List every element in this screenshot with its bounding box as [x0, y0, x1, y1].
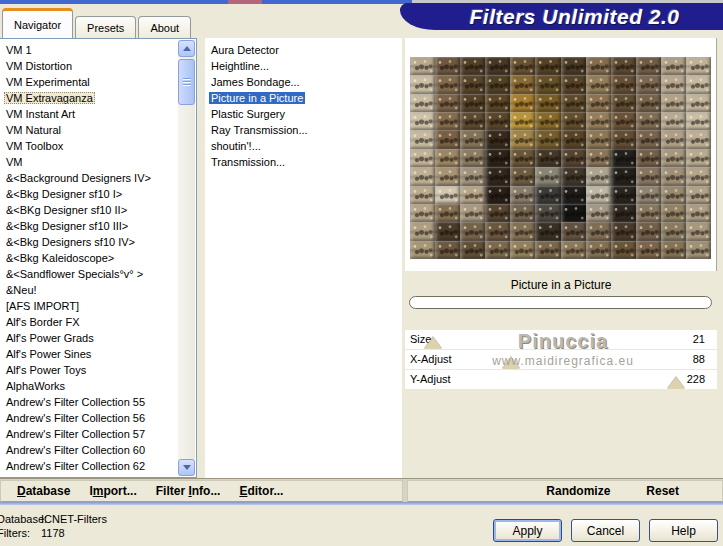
preview-tile: [686, 57, 711, 75]
apply-button[interactable]: Apply: [493, 519, 562, 542]
category-scrollbar[interactable]: [178, 40, 195, 476]
preview-tile: [611, 186, 636, 204]
randomize-button[interactable]: Randomize: [546, 484, 610, 498]
category-item[interactable]: VM Experimental: [0, 74, 196, 90]
filter-item[interactable]: Picture in a Picture: [205, 90, 402, 106]
preview-tile: [535, 130, 560, 148]
tab-label: Presets: [87, 22, 124, 34]
preview-tile: [460, 112, 485, 130]
category-item[interactable]: &<Bkg Designer sf10 I>: [0, 186, 196, 202]
preview-tile: [485, 130, 510, 148]
category-item[interactable]: VM Toolbox: [0, 138, 196, 154]
category-item-label: Andrew's Filter Collection 56: [4, 412, 147, 424]
preview-tile: [686, 94, 711, 112]
preview-panel[interactable]: [405, 38, 717, 271]
filter-item[interactable]: Aura Detector: [205, 42, 402, 58]
slider-thumb[interactable]: [502, 357, 520, 369]
category-item-label: Alf's Power Toys: [4, 364, 88, 376]
category-item[interactable]: Andrew's Filter Collection 60: [0, 442, 196, 458]
category-item[interactable]: Andrew's Filter Collection 55: [0, 394, 196, 410]
filter-info-button[interactable]: Filter Info...: [156, 484, 221, 498]
preview-tile: [510, 94, 535, 112]
tab-presets[interactable]: Presets: [75, 16, 136, 38]
import-button[interactable]: Import...: [89, 484, 136, 498]
preview-tile: [561, 94, 586, 112]
slider-y-adjust[interactable]: Y-Adjust228: [405, 370, 717, 389]
preview-tile: [561, 204, 586, 222]
preview-tile: [485, 112, 510, 130]
category-item-label: VM: [4, 156, 25, 168]
category-listbox[interactable]: VM 1VM DistortionVM ExperimentalVM Extra…: [0, 38, 197, 478]
filter-listbox[interactable]: Aura DetectorHeightline...James Bondage.…: [205, 38, 402, 478]
filter-item[interactable]: Transmission...: [205, 154, 402, 170]
category-item[interactable]: &<Bkg Designer sf10 III>: [0, 218, 196, 234]
category-item[interactable]: VM Natural: [0, 122, 196, 138]
preview-tile: [410, 204, 435, 222]
slider-x-adjust[interactable]: X-Adjust88: [405, 350, 717, 369]
category-item[interactable]: [AFS IMPORT]: [0, 298, 196, 314]
cancel-button[interactable]: Cancel: [571, 519, 640, 542]
slider-value: 228: [687, 373, 705, 385]
category-item[interactable]: Alf's Power Sines: [0, 346, 196, 362]
tab-about[interactable]: About: [138, 16, 191, 38]
category-item[interactable]: Alf's Power Grads: [0, 330, 196, 346]
scroll-up-icon[interactable]: [178, 40, 195, 57]
filter-item[interactable]: Ray Transmission...: [205, 122, 402, 138]
database-button[interactable]: Database: [17, 484, 70, 498]
category-item[interactable]: &Neu!: [0, 282, 196, 298]
slider-thumb[interactable]: [667, 377, 685, 389]
filter-item-label: Aura Detector: [209, 44, 281, 56]
preview-tile: [586, 167, 611, 185]
category-item[interactable]: Andrew's Filter Collection 56: [0, 410, 196, 426]
filter-item[interactable]: Heightline...: [205, 58, 402, 74]
category-item[interactable]: Andrew's Filter Collection 57: [0, 426, 196, 442]
tab-label: Navigator: [14, 19, 61, 31]
filter-item[interactable]: shoutin'!...: [205, 138, 402, 154]
scroll-down-icon[interactable]: [178, 459, 195, 476]
preview-tile: [510, 186, 535, 204]
filter-item[interactable]: James Bondage...: [205, 74, 402, 90]
preview-tile: [586, 149, 611, 167]
category-item[interactable]: &<Bkg Designers sf10 IV>: [0, 234, 196, 250]
filter-item-label: Plastic Surgery: [209, 108, 287, 120]
preview-tile: [535, 112, 560, 130]
category-item[interactable]: &<Background Designers IV>: [0, 170, 196, 186]
category-item[interactable]: Andrew's Filter Collection 62: [0, 458, 196, 474]
category-item[interactable]: &<Sandflower Specials°v° >: [0, 266, 196, 282]
slider-size[interactable]: Size21: [405, 330, 717, 349]
reset-button[interactable]: Reset: [646, 484, 679, 498]
category-item[interactable]: VM Instant Art: [0, 106, 196, 122]
preview-tile: [460, 222, 485, 240]
editor-button[interactable]: Editor...: [239, 484, 283, 498]
toolbar: DatabaseImport...Filter Info...Editor...…: [0, 478, 723, 502]
slider-thumb[interactable]: [424, 337, 442, 349]
preview-tile: [586, 222, 611, 240]
category-item[interactable]: VM: [0, 154, 196, 170]
preview-tile: [561, 241, 586, 259]
category-item[interactable]: &<BKg Designer sf10 II>: [0, 202, 196, 218]
preview-tile: [686, 149, 711, 167]
help-button[interactable]: Help: [649, 519, 718, 542]
preview-tile: [460, 204, 485, 222]
status-label: Filters:: [0, 526, 41, 540]
filter-item-label: Picture in a Picture: [209, 92, 305, 104]
category-item[interactable]: VM Extravaganza: [0, 90, 196, 106]
preview-tile: [611, 75, 636, 93]
category-item[interactable]: VM 1: [0, 42, 196, 58]
preview-tile: [435, 94, 460, 112]
category-item[interactable]: AlphaWorks: [0, 378, 196, 394]
preview-tile: [535, 94, 560, 112]
tab-navigator[interactable]: Navigator: [2, 8, 73, 38]
category-item[interactable]: Alf's Border FX: [0, 314, 196, 330]
scrollbar-thumb[interactable]: [178, 59, 195, 105]
category-item[interactable]: Alf's Power Toys: [0, 362, 196, 378]
preview-tile: [561, 186, 586, 204]
selected-filter-title: Picture in a Picture: [405, 278, 717, 292]
preview-tile: [410, 130, 435, 148]
category-item[interactable]: &<Bkg Kaleidoscope>: [0, 250, 196, 266]
filter-item[interactable]: Plastic Surgery: [205, 106, 402, 122]
category-item[interactable]: VM Distortion: [0, 58, 196, 74]
preview-tile: [535, 204, 560, 222]
status-value: 1178: [41, 526, 65, 540]
preview-tile: [661, 149, 686, 167]
